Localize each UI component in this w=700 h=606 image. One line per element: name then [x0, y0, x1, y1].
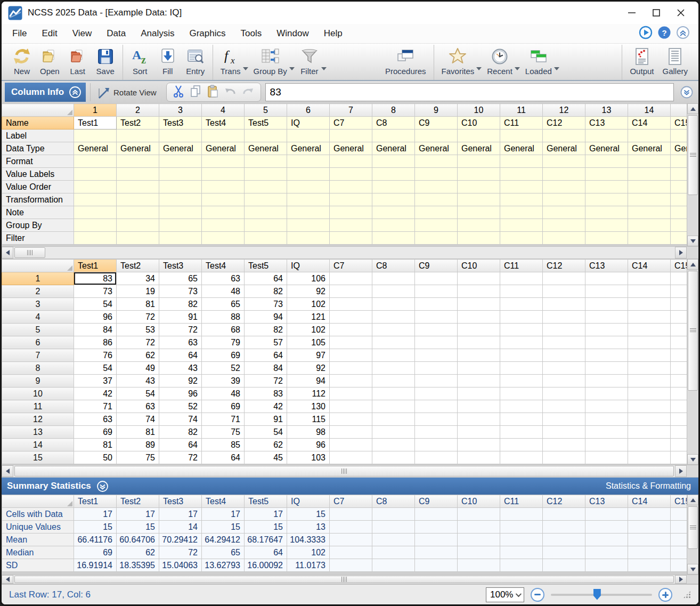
- data-cell[interactable]: 49: [117, 362, 159, 375]
- scroll-left-icon[interactable]: [2, 247, 13, 258]
- column-info-cell[interactable]: [330, 232, 372, 245]
- data-cell[interactable]: [415, 311, 458, 324]
- column-info-cell[interactable]: [287, 130, 330, 142]
- data-grid-vertical-scrollbar[interactable]: [687, 259, 698, 465]
- data-cell[interactable]: [372, 387, 415, 400]
- loaded-button[interactable]: Loaded: [521, 45, 556, 80]
- data-cell[interactable]: [585, 375, 628, 387]
- data-cell[interactable]: 73: [159, 285, 202, 298]
- column-info-cell[interactable]: [500, 193, 543, 206]
- column-info-cell[interactable]: [330, 219, 372, 232]
- column-info-cell[interactable]: [585, 168, 628, 181]
- menu-item-help[interactable]: Help: [316, 26, 350, 41]
- data-cell[interactable]: 69: [202, 349, 245, 362]
- column-info-cell[interactable]: C14: [628, 117, 671, 130]
- data-cell[interactable]: [585, 362, 628, 375]
- data-cell[interactable]: [415, 439, 458, 451]
- data-cell[interactable]: 103: [287, 451, 330, 464]
- data-cell[interactable]: 75: [202, 426, 245, 439]
- window-resize-grip[interactable]: [683, 591, 691, 599]
- data-cell[interactable]: 19: [117, 285, 159, 298]
- data-cell[interactable]: [543, 426, 585, 439]
- column-info-cell[interactable]: [202, 193, 245, 206]
- column-info-cell[interactable]: General: [287, 142, 330, 155]
- data-cell[interactable]: [585, 387, 628, 400]
- data-cell[interactable]: 72: [159, 324, 202, 336]
- column-info-cell[interactable]: [628, 206, 671, 219]
- column-number-header[interactable]: 13: [585, 104, 628, 117]
- redo-icon[interactable]: [241, 84, 255, 100]
- column-info-cell[interactable]: [159, 193, 202, 206]
- data-cell[interactable]: [458, 311, 500, 324]
- data-cell[interactable]: [500, 285, 543, 298]
- column-info-cell[interactable]: [415, 232, 458, 245]
- data-cell[interactable]: 43: [117, 375, 159, 387]
- data-cell[interactable]: [628, 324, 671, 336]
- scroll-left-icon[interactable]: [2, 575, 13, 584]
- data-cell[interactable]: [372, 349, 415, 362]
- data-cell[interactable]: [543, 387, 585, 400]
- column-info-cell[interactable]: [500, 168, 543, 181]
- column-info-cell[interactable]: General: [245, 142, 287, 155]
- data-cell[interactable]: [500, 451, 543, 464]
- column-info-cell[interactable]: [458, 193, 500, 206]
- column-info-cell[interactable]: [330, 130, 372, 142]
- column-name-header[interactable]: C12: [543, 260, 585, 272]
- data-cell[interactable]: [458, 375, 500, 387]
- column-number-header[interactable]: 1: [74, 104, 117, 117]
- data-cell[interactable]: 102: [287, 324, 330, 336]
- column-number-header[interactable]: 7: [330, 104, 372, 117]
- column-info-cell[interactable]: [415, 219, 458, 232]
- data-cell[interactable]: 62: [117, 349, 159, 362]
- data-cell[interactable]: 42: [74, 387, 117, 400]
- data-cell[interactable]: [585, 400, 628, 413]
- data-cell[interactable]: 97: [287, 349, 330, 362]
- row-number-header[interactable]: 2: [2, 285, 74, 298]
- data-cell[interactable]: [415, 362, 458, 375]
- column-info-cell[interactable]: [372, 181, 415, 193]
- data-cell[interactable]: [628, 298, 671, 311]
- data-cell[interactable]: [372, 336, 415, 349]
- data-cell[interactable]: 85: [202, 439, 245, 451]
- column-number-header[interactable]: 4: [202, 104, 245, 117]
- column-info-cell[interactable]: [117, 181, 159, 193]
- column-info-cell[interactable]: General: [159, 142, 202, 155]
- column-number-header[interactable]: 11: [500, 104, 543, 117]
- close-button[interactable]: [669, 4, 693, 22]
- column-info-panel-button[interactable]: Column Info: [5, 83, 86, 102]
- data-cell[interactable]: 65: [159, 272, 202, 285]
- data-cell[interactable]: [458, 285, 500, 298]
- scroll-down-icon[interactable]: [687, 236, 698, 246]
- data-cell[interactable]: 72: [245, 375, 287, 387]
- last-button[interactable]: Last: [64, 45, 92, 80]
- summary-column-header[interactable]: C9: [415, 495, 458, 508]
- favorites-button[interactable]: Favorites: [437, 45, 479, 80]
- column-info-cell[interactable]: C13: [585, 117, 628, 130]
- column-info-cell[interactable]: [202, 168, 245, 181]
- data-cell[interactable]: 121: [287, 311, 330, 324]
- data-cell[interactable]: 105: [287, 336, 330, 349]
- column-info-cell[interactable]: [74, 232, 117, 245]
- menu-item-graphics[interactable]: Graphics: [182, 26, 233, 41]
- data-cell[interactable]: 50: [74, 451, 117, 464]
- summary-column-header[interactable]: C13: [585, 495, 628, 508]
- column-info-cell[interactable]: [500, 232, 543, 245]
- scroll-up-icon[interactable]: [687, 103, 698, 114]
- data-cell[interactable]: [330, 349, 372, 362]
- data-cell[interactable]: 72: [159, 451, 202, 464]
- data-cell[interactable]: [500, 387, 543, 400]
- data-cell[interactable]: [458, 387, 500, 400]
- data-cell[interactable]: 63: [74, 413, 117, 426]
- data-cell[interactable]: 106: [287, 272, 330, 285]
- column-info-cell[interactable]: IQ: [287, 117, 330, 130]
- column-info-cell[interactable]: [159, 232, 202, 245]
- row-number-header[interactable]: 15: [2, 451, 74, 464]
- column-info-cell[interactable]: [245, 206, 287, 219]
- column-info-cell[interactable]: [372, 232, 415, 245]
- data-cell[interactable]: [500, 400, 543, 413]
- column-info-cell[interactable]: [500, 206, 543, 219]
- data-cell[interactable]: [458, 413, 500, 426]
- grid-corner-cell[interactable]: [2, 260, 74, 272]
- column-number-header[interactable]: 10: [458, 104, 500, 117]
- column-number-header[interactable]: 8: [372, 104, 415, 117]
